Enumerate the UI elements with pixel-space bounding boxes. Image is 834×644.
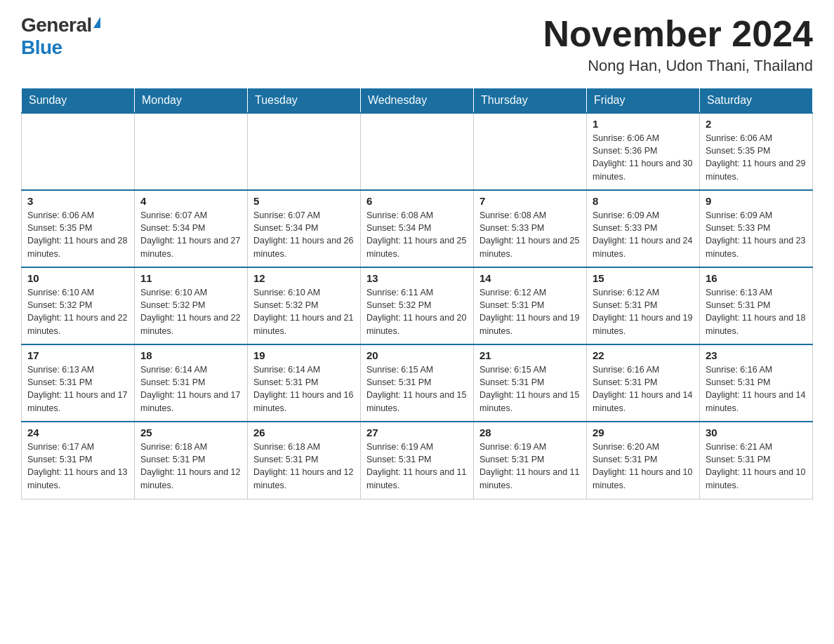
day-info: Sunrise: 6:18 AMSunset: 5:31 PMDaylight:… xyxy=(140,441,241,492)
calendar-cell: 14Sunrise: 6:12 AMSunset: 5:31 PMDayligh… xyxy=(474,267,587,344)
day-info: Sunrise: 6:19 AMSunset: 5:31 PMDaylight:… xyxy=(366,441,468,492)
day-number: 8 xyxy=(593,195,694,207)
calendar-cell xyxy=(248,113,361,190)
calendar-cell: 15Sunrise: 6:12 AMSunset: 5:31 PMDayligh… xyxy=(587,267,700,344)
calendar-cell: 4Sunrise: 6:07 AMSunset: 5:34 PMDaylight… xyxy=(135,190,248,267)
location-title: Nong Han, Udon Thani, Thailand xyxy=(543,57,813,75)
weekday-header-thursday: Thursday xyxy=(474,88,587,114)
page-header: General Blue November 2024 Nong Han, Udo… xyxy=(21,14,813,75)
day-number: 3 xyxy=(27,195,128,207)
day-number: 6 xyxy=(366,195,468,207)
weekday-header-row: SundayMondayTuesdayWednesdayThursdayFrid… xyxy=(22,88,813,114)
day-number: 12 xyxy=(253,272,355,284)
day-info: Sunrise: 6:11 AMSunset: 5:32 PMDaylight:… xyxy=(366,286,468,337)
week-row-5: 24Sunrise: 6:17 AMSunset: 5:31 PMDayligh… xyxy=(22,422,813,499)
day-number: 14 xyxy=(479,272,581,284)
day-number: 24 xyxy=(27,427,128,438)
calendar-cell: 5Sunrise: 6:07 AMSunset: 5:34 PMDaylight… xyxy=(248,190,361,267)
day-info: Sunrise: 6:17 AMSunset: 5:31 PMDaylight:… xyxy=(27,441,128,492)
day-info: Sunrise: 6:19 AMSunset: 5:31 PMDaylight:… xyxy=(479,441,581,492)
calendar-cell: 1Sunrise: 6:06 AMSunset: 5:36 PMDaylight… xyxy=(587,113,700,190)
day-number: 7 xyxy=(479,195,581,207)
day-info: Sunrise: 6:06 AMSunset: 5:35 PMDaylight:… xyxy=(706,132,807,183)
calendar-cell: 9Sunrise: 6:09 AMSunset: 5:33 PMDaylight… xyxy=(700,190,813,267)
logo-general-text: General xyxy=(21,14,92,36)
day-number: 29 xyxy=(593,427,694,438)
day-number: 2 xyxy=(706,118,807,130)
title-block: November 2024 Nong Han, Udon Thani, Thai… xyxy=(543,14,813,75)
day-number: 10 xyxy=(27,272,128,284)
week-row-2: 3Sunrise: 6:06 AMSunset: 5:35 PMDaylight… xyxy=(22,190,813,267)
calendar-cell: 16Sunrise: 6:13 AMSunset: 5:31 PMDayligh… xyxy=(700,267,813,344)
calendar-cell: 7Sunrise: 6:08 AMSunset: 5:33 PMDaylight… xyxy=(474,190,587,267)
day-number: 21 xyxy=(479,349,581,361)
calendar-cell xyxy=(474,113,587,190)
calendar-cell: 22Sunrise: 6:16 AMSunset: 5:31 PMDayligh… xyxy=(587,344,700,422)
day-number: 9 xyxy=(706,195,807,207)
day-info: Sunrise: 6:12 AMSunset: 5:31 PMDaylight:… xyxy=(479,286,581,337)
calendar-cell xyxy=(361,113,474,190)
day-info: Sunrise: 6:12 AMSunset: 5:31 PMDaylight:… xyxy=(593,286,694,337)
day-info: Sunrise: 6:18 AMSunset: 5:31 PMDaylight:… xyxy=(253,441,355,492)
day-info: Sunrise: 6:07 AMSunset: 5:34 PMDaylight:… xyxy=(253,209,355,260)
day-number: 16 xyxy=(706,272,807,284)
day-number: 19 xyxy=(253,349,355,361)
weekday-header-wednesday: Wednesday xyxy=(361,88,474,114)
day-info: Sunrise: 6:10 AMSunset: 5:32 PMDaylight:… xyxy=(27,286,128,337)
day-number: 30 xyxy=(706,427,807,438)
day-number: 17 xyxy=(27,349,128,361)
day-number: 5 xyxy=(253,195,355,207)
calendar-cell: 23Sunrise: 6:16 AMSunset: 5:31 PMDayligh… xyxy=(700,344,813,422)
day-info: Sunrise: 6:14 AMSunset: 5:31 PMDaylight:… xyxy=(140,363,241,415)
day-info: Sunrise: 6:15 AMSunset: 5:31 PMDaylight:… xyxy=(479,363,581,415)
calendar-cell: 27Sunrise: 6:19 AMSunset: 5:31 PMDayligh… xyxy=(361,422,474,499)
logo: General Blue xyxy=(21,14,100,59)
calendar-cell: 6Sunrise: 6:08 AMSunset: 5:34 PMDaylight… xyxy=(361,190,474,267)
day-number: 20 xyxy=(366,349,468,361)
day-info: Sunrise: 6:09 AMSunset: 5:33 PMDaylight:… xyxy=(706,209,807,260)
weekday-header-friday: Friday xyxy=(587,88,700,114)
calendar-cell: 12Sunrise: 6:10 AMSunset: 5:32 PMDayligh… xyxy=(248,267,361,344)
week-row-3: 10Sunrise: 6:10 AMSunset: 5:32 PMDayligh… xyxy=(22,267,813,344)
calendar-cell: 2Sunrise: 6:06 AMSunset: 5:35 PMDaylight… xyxy=(700,113,813,190)
week-row-1: 1Sunrise: 6:06 AMSunset: 5:36 PMDaylight… xyxy=(22,113,813,190)
day-info: Sunrise: 6:07 AMSunset: 5:34 PMDaylight:… xyxy=(140,209,241,260)
week-row-4: 17Sunrise: 6:13 AMSunset: 5:31 PMDayligh… xyxy=(22,344,813,422)
calendar-cell: 18Sunrise: 6:14 AMSunset: 5:31 PMDayligh… xyxy=(135,344,248,422)
calendar-cell: 21Sunrise: 6:15 AMSunset: 5:31 PMDayligh… xyxy=(474,344,587,422)
day-number: 22 xyxy=(593,349,694,361)
day-number: 11 xyxy=(140,272,241,284)
day-info: Sunrise: 6:21 AMSunset: 5:31 PMDaylight:… xyxy=(706,441,807,492)
calendar-cell: 30Sunrise: 6:21 AMSunset: 5:31 PMDayligh… xyxy=(700,422,813,499)
day-info: Sunrise: 6:13 AMSunset: 5:31 PMDaylight:… xyxy=(27,363,128,415)
day-info: Sunrise: 6:10 AMSunset: 5:32 PMDaylight:… xyxy=(253,286,355,337)
day-info: Sunrise: 6:20 AMSunset: 5:31 PMDaylight:… xyxy=(593,441,694,492)
day-info: Sunrise: 6:14 AMSunset: 5:31 PMDaylight:… xyxy=(253,363,355,415)
day-number: 26 xyxy=(253,427,355,438)
calendar-cell: 29Sunrise: 6:20 AMSunset: 5:31 PMDayligh… xyxy=(587,422,700,499)
weekday-header-monday: Monday xyxy=(135,88,248,114)
calendar-cell: 3Sunrise: 6:06 AMSunset: 5:35 PMDaylight… xyxy=(22,190,135,267)
calendar-cell: 17Sunrise: 6:13 AMSunset: 5:31 PMDayligh… xyxy=(22,344,135,422)
weekday-header-sunday: Sunday xyxy=(22,88,135,114)
day-info: Sunrise: 6:06 AMSunset: 5:36 PMDaylight:… xyxy=(593,132,694,183)
calendar-cell: 28Sunrise: 6:19 AMSunset: 5:31 PMDayligh… xyxy=(474,422,587,499)
calendar-cell xyxy=(22,113,135,190)
day-number: 13 xyxy=(366,272,468,284)
calendar-cell: 11Sunrise: 6:10 AMSunset: 5:32 PMDayligh… xyxy=(135,267,248,344)
day-info: Sunrise: 6:09 AMSunset: 5:33 PMDaylight:… xyxy=(593,209,694,260)
logo-triangle-icon xyxy=(93,17,100,28)
day-number: 27 xyxy=(366,427,468,438)
calendar-cell: 19Sunrise: 6:14 AMSunset: 5:31 PMDayligh… xyxy=(248,344,361,422)
day-info: Sunrise: 6:13 AMSunset: 5:31 PMDaylight:… xyxy=(706,286,807,337)
day-number: 18 xyxy=(140,349,241,361)
day-info: Sunrise: 6:16 AMSunset: 5:31 PMDaylight:… xyxy=(593,363,694,415)
day-number: 1 xyxy=(593,118,694,130)
day-info: Sunrise: 6:06 AMSunset: 5:35 PMDaylight:… xyxy=(27,209,128,260)
calendar-cell: 24Sunrise: 6:17 AMSunset: 5:31 PMDayligh… xyxy=(22,422,135,499)
day-number: 23 xyxy=(706,349,807,361)
day-info: Sunrise: 6:08 AMSunset: 5:34 PMDaylight:… xyxy=(366,209,468,260)
day-number: 15 xyxy=(593,272,694,284)
calendar-cell: 20Sunrise: 6:15 AMSunset: 5:31 PMDayligh… xyxy=(361,344,474,422)
weekday-header-saturday: Saturday xyxy=(700,88,813,114)
